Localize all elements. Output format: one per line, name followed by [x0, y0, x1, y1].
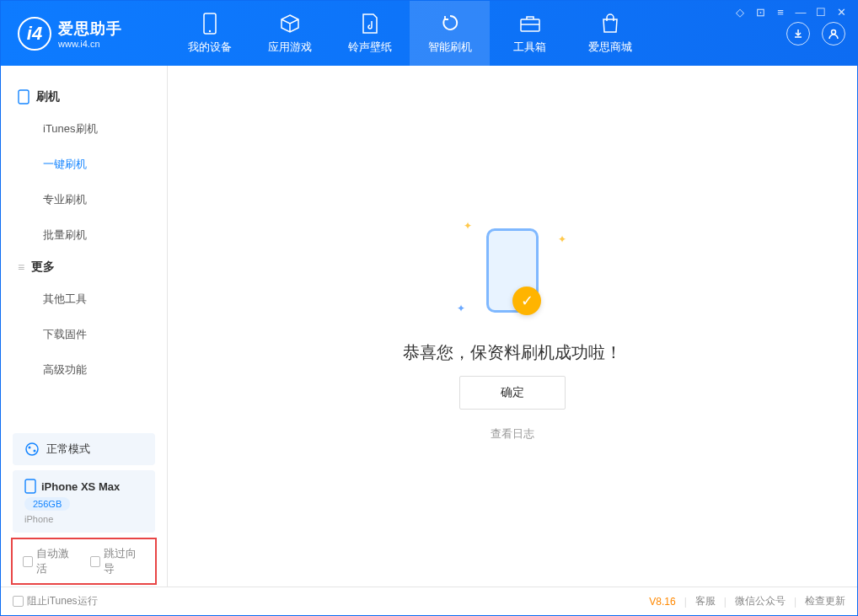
sidebar-item-pro-flash[interactable]: 专业刷机 [1, 182, 167, 217]
close-button[interactable]: ✕ [835, 6, 847, 18]
tab-ringtone[interactable]: 铃声壁纸 [330, 1, 410, 66]
svg-point-6 [26, 443, 38, 455]
phone-icon [24, 479, 36, 494]
minimize-button[interactable]: — [795, 6, 807, 18]
sidebar: 刷机 iTunes刷机 一键刷机 专业刷机 批量刷机 ≡ 更多 其他工具 下载固… [1, 66, 168, 587]
confirm-button[interactable]: 确定 [459, 376, 566, 410]
check-badge-icon: ✓ [512, 287, 541, 315]
svg-point-8 [34, 450, 36, 453]
checkbox-icon [23, 556, 33, 567]
maximize-button[interactable]: ☐ [815, 6, 827, 18]
sidebar-item-itunes-flash[interactable]: iTunes刷机 [1, 111, 167, 147]
checkbox-label: 自动激活 [36, 546, 78, 576]
status-bar: 阻止iTunes运行 V8.16 | 客服 | 微信公众号 | 检查更新 [1, 587, 857, 615]
svg-rect-5 [19, 90, 29, 104]
device-type-label: iPhone [24, 514, 143, 524]
sidebar-item-oneclick-flash[interactable]: 一键刷机 [1, 147, 167, 182]
success-message: 恭喜您，保资料刷机成功啦！ [403, 341, 622, 364]
sparkle-icon: ✦ [464, 220, 472, 232]
svg-point-4 [832, 29, 836, 34]
sidebar-section-flash: 刷机 [1, 83, 167, 111]
lock-icon[interactable]: ⊡ [754, 6, 766, 18]
separator: | [794, 596, 796, 608]
checkbox-icon [90, 556, 100, 567]
tab-label: 应用游戏 [268, 40, 312, 55]
main-tabs: 我的设备 应用游戏 铃声壁纸 智能刷机 工具箱 爱思商城 [169, 1, 650, 66]
logo-icon: i4 [18, 17, 51, 51]
device-name-label: iPhone XS Max [41, 480, 120, 493]
tab-store[interactable]: 爱思商城 [570, 1, 650, 66]
tab-label: 工具箱 [513, 40, 546, 55]
wechat-link[interactable]: 微信公众号 [735, 594, 786, 608]
svg-point-7 [29, 447, 31, 449]
options-highlight-row: 自动激活 跳过向导 [11, 538, 157, 585]
svg-rect-2 [521, 19, 539, 31]
checkbox-skip-guide[interactable]: 跳过向导 [90, 546, 146, 576]
music-file-icon [359, 13, 381, 35]
sidebar-item-other-tools[interactable]: 其他工具 [1, 281, 167, 317]
sidebar-item-firmware[interactable]: 下载固件 [1, 317, 167, 352]
mode-icon [24, 442, 40, 457]
device-capacity-badge: 256GB [24, 497, 70, 511]
cube-icon [279, 13, 301, 35]
checkbox-block-itunes[interactable]: 阻止iTunes运行 [13, 594, 98, 608]
tab-label: 铃声壁纸 [348, 40, 392, 55]
section-label: 刷机 [36, 89, 60, 104]
success-illustration: ✦ ✦ ✦ ✓ [453, 212, 571, 329]
tab-apps[interactable]: 应用游戏 [249, 1, 330, 66]
theme-icon[interactable]: ◇ [734, 6, 746, 18]
app-title: 爱思助手 [58, 19, 122, 39]
mode-label: 正常模式 [46, 442, 90, 457]
update-link[interactable]: 检查更新 [805, 594, 845, 608]
tab-toolbox[interactable]: 工具箱 [490, 1, 570, 66]
list-icon: ≡ [18, 260, 24, 274]
tab-label: 智能刷机 [428, 40, 472, 55]
tab-smart-flash[interactable]: 智能刷机 [410, 1, 490, 66]
separator: | [684, 596, 687, 608]
section-label: 更多 [31, 260, 55, 275]
sparkle-icon: ✦ [558, 233, 566, 245]
phone-icon [199, 13, 221, 35]
main-content: ✦ ✦ ✦ ✓ 恭喜您，保资料刷机成功啦！ 确定 查看日志 [168, 66, 857, 587]
svg-rect-9 [25, 479, 35, 493]
tab-label: 爱思商城 [588, 40, 632, 55]
refresh-shield-icon [439, 13, 461, 35]
view-log-link[interactable]: 查看日志 [491, 426, 534, 442]
checkbox-label: 跳过向导 [104, 546, 145, 576]
tab-label: 我的设备 [188, 40, 232, 55]
separator: | [724, 596, 727, 608]
checkbox-icon [13, 596, 24, 607]
sparkle-icon: ✦ [457, 303, 465, 314]
toolbox-icon [519, 13, 541, 35]
sidebar-item-batch-flash[interactable]: 批量刷机 [1, 217, 167, 253]
svg-point-1 [208, 29, 210, 31]
download-button[interactable] [786, 22, 810, 46]
checkbox-auto-activate[interactable]: 自动激活 [23, 546, 78, 576]
tab-my-device[interactable]: 我的设备 [169, 1, 249, 66]
menu-icon[interactable]: ≡ [775, 6, 786, 18]
version-label[interactable]: V8.16 [649, 596, 675, 608]
device-card[interactable]: iPhone XS Max 256GB iPhone [13, 470, 155, 533]
app-header: i4 爱思助手 www.i4.cn 我的设备 应用游戏 铃声壁纸 智能刷机 工具… [1, 1, 857, 66]
device-icon [18, 89, 29, 104]
phone-shape-icon: ✓ [486, 228, 539, 313]
sidebar-item-advanced[interactable]: 高级功能 [1, 352, 167, 388]
support-link[interactable]: 客服 [695, 594, 716, 608]
checkbox-label: 阻止iTunes运行 [27, 594, 98, 608]
app-subtitle: www.i4.cn [58, 39, 122, 49]
sidebar-section-more: ≡ 更多 [1, 253, 167, 281]
logo-area: i4 爱思助手 www.i4.cn [1, 17, 169, 51]
bag-icon [599, 13, 621, 35]
user-button[interactable] [822, 22, 845, 46]
mode-status[interactable]: 正常模式 [13, 433, 155, 465]
